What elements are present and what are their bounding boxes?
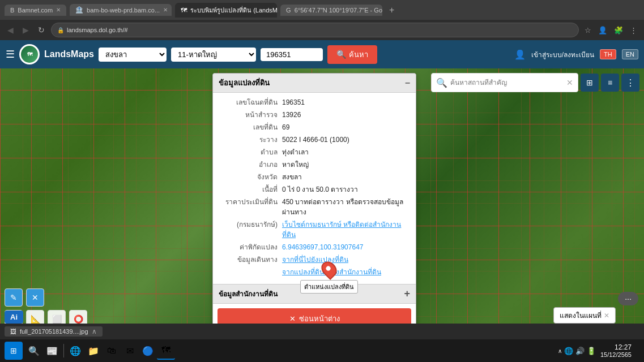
label-amphoe: อำเภอ xyxy=(220,160,282,170)
tab-landsmaps[interactable]: 🗺 ระบบพิมพ์รูปแปลงที่ดิน (LandsMaps) ✕ xyxy=(175,3,277,18)
info-row-tambon: ตำบล ทุ่งตำเลา xyxy=(220,147,409,157)
label-parcel-no: เลขโฉนดที่ดิน xyxy=(220,97,282,107)
district-select[interactable]: 11-หาดใหญ่ xyxy=(171,48,256,62)
layer-icon[interactable]: ≡ xyxy=(601,74,619,92)
file-name: full_201705181439....jpg xyxy=(20,328,88,335)
file-item[interactable]: 🖼 full_201705181439....jpg ∧ xyxy=(5,326,103,337)
volume-icon[interactable]: 🔊 xyxy=(575,347,585,355)
network-icon[interactable]: 🌐 xyxy=(564,347,573,355)
menu-icon[interactable]: ⋮ xyxy=(621,74,639,92)
bookmark-icon[interactable]: ☆ xyxy=(582,25,594,36)
panel-close-button[interactable]: − xyxy=(405,78,410,88)
info-row-range: ระวาง 5022 I 4666-01 (1000) xyxy=(220,135,409,145)
show-map-button[interactable]: แสดงในแผนที่ ✕ xyxy=(553,307,616,324)
clear-search-icon[interactable]: ✕ xyxy=(566,78,573,87)
ai-button[interactable]: Ai xyxy=(5,311,23,324)
address-text: landsmaps.dol.go.th/# xyxy=(67,27,128,33)
value-amphoe: หาดใหญ่ xyxy=(282,160,409,170)
panel-body: เลขโฉนดที่ดิน 196351 หน้าสำรวจ 13926 เลข… xyxy=(213,93,416,284)
info-panel: ข้อมูลแปลงที่ดิน − เลขโฉนดที่ดิน 196351 … xyxy=(212,73,416,334)
back-button[interactable]: ◀ xyxy=(5,24,16,36)
left-tool-row-1: ✎ ✕ xyxy=(5,288,87,307)
tab-google[interactable]: G 6°56'47.7"N 100°19'07.7"E - Goo... ✕ xyxy=(280,5,382,16)
file-expand-icon[interactable]: ∧ xyxy=(92,327,97,335)
hamburger-icon[interactable]: ☰ xyxy=(6,48,15,61)
address-bar-row: ◀ ▶ ↻ 🔒 landsmaps.dol.go.th/# ☆ 👤 🧩 ⋮ xyxy=(0,20,644,40)
marker-label: ตำแหน่งแปลงที่ดิน xyxy=(300,280,358,294)
taskbar-store[interactable]: 🛍 xyxy=(103,342,121,360)
label-treasury: (กรมธนารักษ์) xyxy=(220,219,282,240)
app-area: ☰ 🗺 LandsMaps สงขลา 11-หาดใหญ่ 🔍 ค้นหา 👤… xyxy=(0,40,644,362)
lang-en-button[interactable]: EN xyxy=(622,49,638,59)
clear-tool-button[interactable]: ✕ xyxy=(26,288,44,307)
taskbar-datetime[interactable]: 12:27 15/12/2565 xyxy=(600,343,632,358)
tab-close-icon[interactable]: ✕ xyxy=(56,7,61,13)
profile-icon[interactable]: 👤 xyxy=(596,25,609,36)
taskbar-right: ∧ 🌐 🔊 🔋 12:27 15/12/2565 xyxy=(558,343,639,358)
value-survey: 13926 xyxy=(282,110,409,120)
label-survey: หน้าสำรวจ xyxy=(220,110,282,120)
panel-header: ข้อมูลแปลงที่ดิน − xyxy=(213,74,416,93)
value-range: 5022 I 4666-01 (1000) xyxy=(282,135,409,145)
tab-label: bam-bo-web-prd.bam.co... xyxy=(87,7,160,14)
marker-pin xyxy=(318,258,340,280)
right-search-panel: 🔍 ✕ ⊞ ≡ ⋮ xyxy=(431,73,639,92)
taskbar-widgets[interactable]: 📰 xyxy=(43,342,61,360)
label-range: ระวาง xyxy=(220,135,282,145)
taskbar-mail[interactable]: ✉ xyxy=(121,342,139,360)
label-tambon: ตำบล xyxy=(220,147,282,157)
value-parcel-no: 196351 xyxy=(282,97,409,107)
taskbar-edge[interactable]: 🌐 xyxy=(66,342,84,360)
grid-view-icon[interactable]: ⊞ xyxy=(581,74,599,92)
search-label: ค้นหา xyxy=(349,49,368,61)
more-button[interactable]: ··· xyxy=(618,292,638,305)
taskbar-date: 15/12/2565 xyxy=(600,351,632,358)
address-bar[interactable]: 🔒 landsmaps.dol.go.th/# xyxy=(51,23,579,37)
taskbar-files[interactable]: 📁 xyxy=(84,342,103,360)
label-direction2 xyxy=(220,267,282,277)
forward-button[interactable]: ▶ xyxy=(20,24,32,36)
hide-label: ซ่อนหน้าต่าง xyxy=(299,313,340,325)
label-area: เนื้อที่ xyxy=(220,184,282,195)
parcel-input[interactable] xyxy=(261,48,323,61)
tab-favicon: B xyxy=(10,7,14,14)
label-direction: ข้อมูลเดินทาง xyxy=(220,255,282,265)
login-label[interactable]: เข้าสู่ระบบ/ลงทะเบียน xyxy=(531,49,594,60)
navbar-right: 👤 เข้าสู่ระบบ/ลงทะเบียน TH EN xyxy=(514,49,638,60)
new-tab-button[interactable]: + xyxy=(386,5,398,15)
draw-tool-button[interactable]: ✎ xyxy=(5,288,23,307)
taskbar-search[interactable]: 🔍 xyxy=(25,342,43,360)
brand-name[interactable]: LandsMaps xyxy=(44,49,94,59)
lang-th-button[interactable]: TH xyxy=(600,49,616,59)
map-marker: ตำแหน่งแปลงที่ดิน xyxy=(300,261,358,294)
tray-up-arrow[interactable]: ∧ xyxy=(558,348,562,354)
label-coords: ค่าพิกัดแปลง xyxy=(220,242,282,252)
tab-label: Bamnet.com xyxy=(18,7,53,14)
hide-icon: ✕ xyxy=(289,314,296,323)
extension-icon[interactable]: 🧩 xyxy=(612,25,625,36)
battery-icon[interactable]: 🔋 xyxy=(587,347,596,355)
show-map-close-icon[interactable]: ✕ xyxy=(604,312,609,320)
label-province: จังหวัด xyxy=(220,172,282,182)
value-treasury-link[interactable]: เว็บไซต์กรมธนารักษ์ หรือติดต่อสำนักงานที… xyxy=(282,219,409,240)
start-button[interactable]: ⊞ xyxy=(5,342,23,360)
taskbar-tray: ∧ 🌐 🔊 🔋 xyxy=(558,347,596,355)
reload-button[interactable]: ↻ xyxy=(35,24,48,36)
tab-favicon: G xyxy=(286,7,291,14)
logo: 🗺 xyxy=(19,44,40,64)
info-row-province: จังหวัด สงขลา xyxy=(220,172,409,182)
search-button[interactable]: 🔍 ค้นหา xyxy=(327,45,377,64)
taskbar-maps[interactable]: 🗺 xyxy=(157,342,175,360)
value-coords[interactable]: 6.94639697,100.31907647 xyxy=(282,242,409,252)
province-select[interactable]: สงขลา xyxy=(99,48,167,62)
taskbar-chrome[interactable]: 🔵 xyxy=(139,342,157,360)
value-area: 0 ไร่ 0 งาน 50.0 ตารางวา xyxy=(282,184,409,195)
search-important-input[interactable] xyxy=(450,79,564,87)
tab-bam[interactable]: 🏦 bam-bo-web-prd.bam.co... ✕ xyxy=(70,4,172,16)
office-plus-button[interactable]: + xyxy=(404,288,410,300)
settings-icon[interactable]: ⋮ xyxy=(628,25,639,36)
tab-close-icon[interactable]: ✕ xyxy=(163,7,168,13)
tab-label: 6°56'47.7"N 100°19'07.7"E - Goo... xyxy=(295,7,382,14)
info-row-price: ราคาประเมินที่ดิน 450 บาทต่อตารางวา หรือ… xyxy=(220,197,409,217)
tab-bamnet[interactable]: B Bamnet.com ✕ xyxy=(5,5,66,16)
